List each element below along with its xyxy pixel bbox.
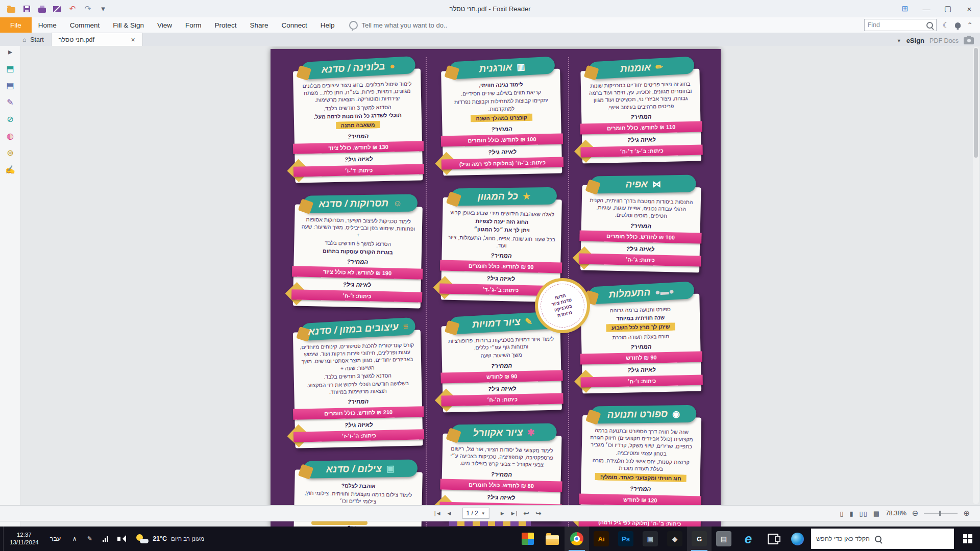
show-desktop-button[interactable] xyxy=(0,527,4,551)
card-body: קורס קונדיטוריה להכנת פטיפורים, קינוחים … xyxy=(293,330,423,448)
first-page-button[interactable]: |◄ xyxy=(434,510,442,516)
signature-panel-icon[interactable]: ✍ xyxy=(5,166,15,174)
edge-icon[interactable]: e xyxy=(736,527,761,551)
age-question-label: לאיזה גיל? xyxy=(447,493,555,503)
ribbon-tab-share[interactable]: Share xyxy=(243,17,275,33)
ribbon-tab-fill-sign[interactable]: Fill & Sign xyxy=(106,17,151,33)
mail-icon[interactable] xyxy=(52,4,62,14)
customize-quick-access-icon[interactable]: ▾ xyxy=(98,4,108,14)
tell-me-box[interactable]: Tell me what you want to do.. xyxy=(349,17,447,33)
file-explorer-icon[interactable] xyxy=(540,527,565,551)
close-tab-icon[interactable]: × xyxy=(131,36,135,44)
redo-icon[interactable]: ↷ xyxy=(83,4,93,14)
ribbon-tab-home[interactable]: Home xyxy=(32,17,63,33)
open-file-icon[interactable] xyxy=(6,4,16,14)
zoom-slider-knob[interactable] xyxy=(939,511,941,516)
tab-document[interactable]: חני טסלר.pdf × xyxy=(51,33,143,46)
tab-start[interactable]: ⌂ Start xyxy=(15,33,51,46)
ribbon-bar: File HomeCommentFill & SignViewFormProte… xyxy=(0,17,980,33)
app-hub-icon[interactable] xyxy=(516,527,540,551)
ribbon-tab-file[interactable]: File xyxy=(0,17,32,33)
print-icon[interactable] xyxy=(37,4,47,14)
card-title: תסרוקות / סדנא xyxy=(318,197,388,210)
book-view-icon[interactable]: ▤ xyxy=(873,510,880,517)
hidden-icons-chevron[interactable]: ∧ xyxy=(68,527,81,551)
page-number-box[interactable]: 1 / 2 ▼ xyxy=(462,508,489,519)
ribbon-tab-comment[interactable]: Comment xyxy=(63,17,107,33)
edit-annotations-icon[interactable]: ✎ xyxy=(7,98,13,107)
find-input[interactable]: Find xyxy=(864,19,937,31)
restore-button[interactable]: ▢ xyxy=(937,0,959,17)
printer-app-icon[interactable]: ▤ xyxy=(712,527,736,551)
close-button[interactable]: × xyxy=(959,0,980,17)
next-page-button[interactable]: ► xyxy=(500,510,505,516)
cortana-button[interactable] xyxy=(785,527,810,551)
apps-grid-icon[interactable]: ⊞ xyxy=(894,0,916,17)
ribbon-tab-form[interactable]: Form xyxy=(179,17,208,33)
price-question-label: המחיר? xyxy=(447,470,556,480)
badge-text-line: חדש! xyxy=(554,293,567,302)
card-header: ▣צילום / סדנא xyxy=(303,460,418,479)
previous-view-button[interactable]: ↩ xyxy=(523,509,529,517)
ribbon-tab-connect[interactable]: Connect xyxy=(275,17,313,33)
illustrator-icon[interactable]: Ai xyxy=(589,527,614,551)
facing-view-icon[interactable]: ▯▯ xyxy=(860,510,868,517)
continuous-view-icon[interactable]: ▮ xyxy=(849,510,853,517)
last-page-button[interactable]: ►| xyxy=(510,510,518,516)
pen-tray-icon[interactable]: ✎ xyxy=(83,527,96,551)
card-text-line: לימוד צילום ברמה מקצועית וחוויתית. צילומ… xyxy=(300,489,417,506)
chevron-down-icon[interactable]: ▼ xyxy=(481,511,485,516)
ribbon-tab-protect[interactable]: Protect xyxy=(208,17,243,33)
scrollbar-thumb[interactable] xyxy=(974,48,978,158)
notifications-bell-icon[interactable] xyxy=(955,22,961,28)
page-thumbnails-icon[interactable]: ▤ xyxy=(6,82,14,90)
collapse-ribbon-icon[interactable]: ⌃ xyxy=(967,21,973,29)
security-panel-icon[interactable]: ⊛ xyxy=(7,149,13,157)
prev-page-button[interactable]: ◄ xyxy=(447,510,452,516)
price-banner: 210 ₪ לחודש. כולל חומרים xyxy=(293,406,424,419)
card-title: אפיה xyxy=(625,179,648,190)
task-view-button[interactable] xyxy=(761,527,785,551)
card-text-line: יתקיימו קבוצות למתחילות וקבוצות נפרדות ל… xyxy=(447,96,556,113)
esign-label[interactable]: eSign xyxy=(906,37,924,44)
g-app-icon[interactable]: G xyxy=(687,527,712,551)
night-mode-icon[interactable]: ☾ xyxy=(943,21,949,29)
network-tray-icon[interactable] xyxy=(99,527,112,551)
dark-app-icon[interactable]: ▣ xyxy=(638,527,663,551)
ribbon-tab-help[interactable]: Help xyxy=(314,17,341,33)
g-app-icon-shape: G xyxy=(692,531,707,546)
volume-tray-icon[interactable] xyxy=(114,527,127,551)
card-text-line: ויתן לך את ״כל המגוון״ xyxy=(447,225,556,235)
taskbar-clock[interactable]: 12:37 13/11/2024 xyxy=(4,527,45,551)
bookmarks-panel-icon[interactable]: ⬒ xyxy=(6,65,14,73)
comments-panel-icon[interactable]: ◍ xyxy=(7,132,14,140)
taskbar-search-input[interactable]: הקלד כאן כדי לחפש xyxy=(811,529,954,549)
next-view-button[interactable]: ↪ xyxy=(535,509,542,517)
photoshop-icon[interactable]: Ps xyxy=(614,527,638,551)
card-body: התנסות ביסודות המטבח בדרך חוויתית, הקנית… xyxy=(580,185,701,272)
photoshop-icon-shape: Ps xyxy=(618,531,633,546)
badge-text-line: בטכניקה xyxy=(554,304,573,314)
attachments-icon[interactable]: ⊘ xyxy=(7,115,13,123)
language-indicator[interactable]: עבר xyxy=(45,527,66,551)
age-question-label: לאיזה גיל? xyxy=(587,365,696,375)
card-text-line: לימוד מקצועי של יסודות הציור, אור וצל, ר… xyxy=(447,445,556,469)
zoom-slider[interactable] xyxy=(924,513,958,514)
start-button[interactable] xyxy=(955,527,980,551)
card-text-line: תוכלי לשדרג כל הזדמנות לרמה מעל. xyxy=(299,111,416,120)
single-page-view-icon[interactable]: ▯ xyxy=(840,510,844,517)
code-app-icon[interactable]: ◆ xyxy=(663,527,687,551)
save-icon[interactable] xyxy=(21,4,32,14)
undo-icon[interactable]: ↶ xyxy=(67,4,78,14)
ribbon-tab-view[interactable]: View xyxy=(151,17,179,33)
weather-widget[interactable]: 21°C מעונן רב היום xyxy=(129,527,211,551)
vertical-scrollbar[interactable] xyxy=(973,47,979,504)
expand-panel-icon[interactable]: ▸ xyxy=(8,48,12,56)
browser-icon[interactable] xyxy=(565,527,589,551)
zoom-in-button[interactable]: ⊕ xyxy=(963,509,970,518)
minimize-button[interactable]: — xyxy=(916,0,937,17)
open-documents-dropdown-icon[interactable]: ▼ xyxy=(897,38,901,43)
esign-camera-icon[interactable] xyxy=(964,37,974,44)
price-question-label: המחיר? xyxy=(447,361,556,371)
zoom-out-button[interactable]: ⊖ xyxy=(912,509,919,518)
